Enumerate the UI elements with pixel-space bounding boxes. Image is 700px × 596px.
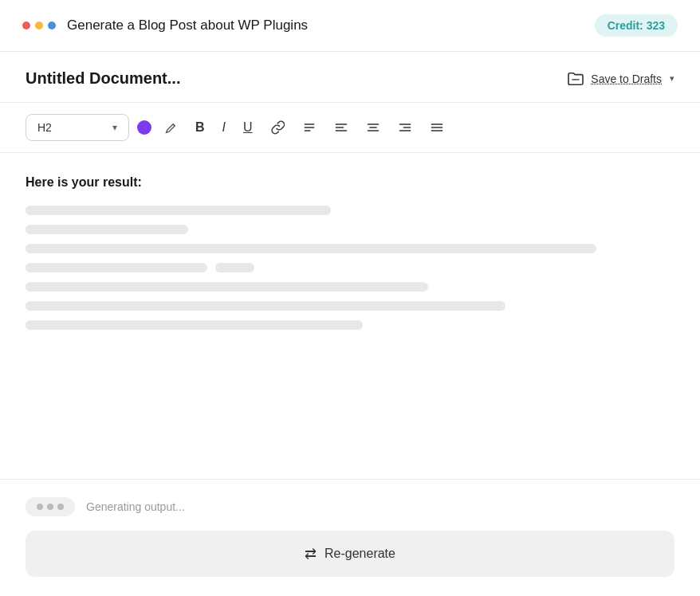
justify-button[interactable]: [425, 117, 449, 138]
dot-blue: [48, 22, 56, 29]
italic-button[interactable]: I: [218, 118, 230, 137]
folder-icon: [567, 72, 584, 86]
list-icon: [302, 120, 317, 135]
arrows-icon: ⇄: [305, 545, 317, 563]
regenerate-label: Re-generate: [324, 547, 395, 561]
skeleton-line: [26, 263, 207, 273]
skeleton-line: [26, 225, 188, 234]
result-heading: Here is your result:: [26, 175, 674, 190]
heading-select[interactable]: H2 ▾: [26, 114, 129, 141]
regenerate-button[interactable]: ⇄ Re-generate: [26, 531, 674, 577]
generating-row: Generating output...: [26, 497, 674, 516]
highlight-button[interactable]: [159, 118, 183, 138]
chevron-down-icon: ▾: [670, 73, 674, 84]
skeleton-line: [26, 282, 428, 292]
credit-badge: Credit: 323: [595, 14, 678, 37]
list-button[interactable]: [297, 117, 321, 138]
link-icon: [270, 120, 285, 135]
align-center-icon: [366, 120, 380, 135]
skeleton-line: [26, 206, 331, 215]
skeleton-row: [26, 263, 674, 273]
skeleton-line: [26, 320, 363, 330]
text-color-picker[interactable]: [137, 120, 151, 135]
underline-button[interactable]: U: [238, 118, 258, 137]
skeleton-line: [26, 244, 596, 253]
align-right-button[interactable]: [393, 117, 417, 138]
save-drafts-button[interactable]: Save to Drafts ▾: [567, 72, 674, 86]
loading-dot: [37, 504, 43, 510]
loading-dot: [47, 504, 53, 510]
skeleton-content: [26, 206, 674, 330]
link-button[interactable]: [265, 117, 289, 138]
align-left-icon: [334, 120, 348, 135]
marker-icon: [164, 121, 178, 135]
app-header: Generate a Blog Post about WP Plugins Cr…: [0, 0, 700, 52]
dot-yellow: [35, 22, 43, 29]
header-left: Generate a Blog Post about WP Plugins: [22, 18, 308, 33]
doc-header: Untitled Document... Save to Drafts ▾: [0, 52, 700, 103]
window-controls: [22, 22, 56, 29]
page-title: Generate a Blog Post about WP Plugins: [67, 18, 308, 33]
generating-status: Generating output...: [86, 500, 185, 513]
save-drafts-label: Save to Drafts: [591, 73, 662, 85]
justify-icon: [430, 120, 444, 135]
content-area: Here is your result:: [0, 153, 700, 479]
dot-red: [22, 22, 30, 29]
loading-dots: [26, 497, 75, 516]
skeleton-line: [26, 301, 505, 311]
bold-button[interactable]: B: [191, 118, 210, 137]
align-center-button[interactable]: [361, 117, 385, 138]
align-left-button[interactable]: [329, 117, 353, 138]
loading-dot: [57, 504, 64, 510]
align-right-icon: [398, 120, 412, 135]
document-title: Untitled Document...: [26, 69, 180, 88]
heading-value: H2: [37, 121, 52, 134]
select-chevron-icon: ▾: [112, 122, 117, 133]
document-area: Untitled Document... Save to Drafts ▾ H2…: [0, 52, 700, 596]
formatting-toolbar: H2 ▾ B I U: [0, 103, 700, 153]
skeleton-line: [215, 263, 254, 273]
bottom-section: Generating output... ⇄ Re-generate: [0, 479, 700, 596]
